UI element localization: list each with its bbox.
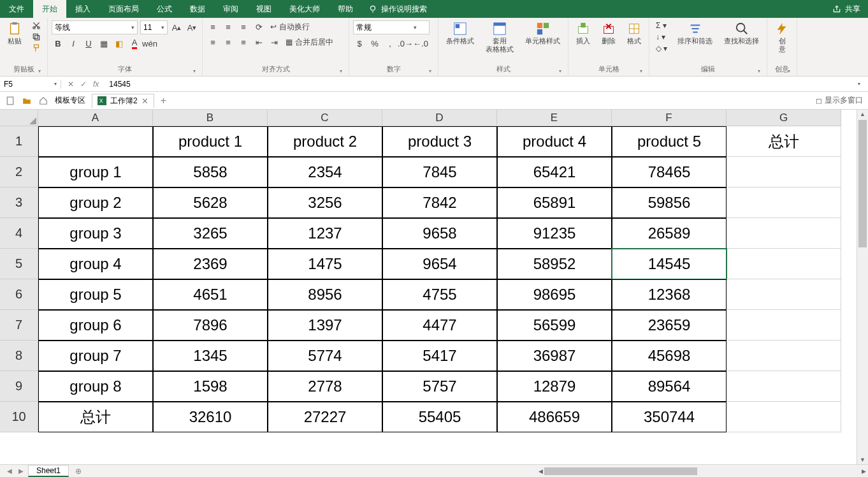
cell-E2[interactable]: 65421 — [497, 157, 612, 187]
cell-B5[interactable]: 2369 — [153, 249, 268, 279]
ideas-button[interactable]: 创 意 — [771, 20, 793, 55]
cell-D5[interactable]: 9654 — [382, 249, 497, 279]
cell-D3[interactable]: 7842 — [382, 187, 497, 218]
select-all-corner[interactable] — [0, 110, 38, 126]
cell-C7[interactable]: 1397 — [268, 310, 382, 341]
menu-插入[interactable]: 插入 — [66, 0, 99, 18]
cell-D7[interactable]: 4477 — [382, 310, 497, 341]
cell-G4[interactable] — [727, 218, 841, 249]
vertical-scrollbar[interactable]: ▲▼ — [857, 110, 868, 464]
increase-font-icon[interactable]: A▴ — [170, 21, 183, 34]
row-header-7[interactable]: 7 — [0, 310, 38, 341]
insert-cells-button[interactable]: 插入 — [572, 20, 594, 47]
cell-F6[interactable]: 12368 — [612, 279, 727, 310]
cell-F1[interactable]: product 5 — [612, 126, 727, 157]
comma-icon[interactable]: , — [384, 37, 396, 50]
row-header-10[interactable]: 10 — [0, 402, 38, 432]
tell-me-search[interactable]: 操作说明搜索 — [362, 4, 433, 15]
name-box[interactable]: F5▾ — [0, 80, 61, 89]
cell-A9[interactable]: group 8 — [38, 371, 153, 402]
sheet-nav-first[interactable]: ◀ — [5, 467, 14, 474]
cell-E4[interactable]: 91235 — [497, 218, 612, 249]
cell-B10[interactable]: 32610 — [153, 402, 268, 432]
menu-页面布局[interactable]: 页面布局 — [99, 0, 148, 18]
cell-A10[interactable]: 总计 — [38, 402, 153, 432]
cell-A7[interactable]: group 6 — [38, 310, 153, 341]
menu-公式[interactable]: 公式 — [148, 0, 181, 18]
sheet-nav-last[interactable]: ▶ — [17, 467, 25, 474]
table-format-button[interactable]: 套用 表格格式 — [482, 20, 517, 55]
cell-F4[interactable]: 26589 — [612, 218, 727, 249]
font-size-select[interactable]: ▾ — [140, 20, 168, 34]
cell-B1[interactable]: product 1 — [153, 126, 268, 157]
add-tab-icon[interactable]: + — [161, 95, 166, 106]
copy-button[interactable] — [29, 32, 43, 42]
format-painter-button[interactable] — [29, 43, 43, 54]
cell-F2[interactable]: 78465 — [612, 157, 727, 187]
clear-button[interactable]: ◇ ▾ — [653, 43, 670, 54]
format-cells-button[interactable]: 格式 — [623, 20, 645, 47]
row-header-2[interactable]: 2 — [0, 157, 38, 187]
menu-视图[interactable]: 视图 — [247, 0, 280, 18]
column-header-E[interactable]: E — [497, 110, 612, 126]
row-header-5[interactable]: 5 — [0, 249, 38, 279]
fill-button[interactable]: ↓ ▾ — [653, 32, 670, 42]
align-left-icon[interactable]: ≡ — [206, 36, 219, 48]
cell-G7[interactable] — [727, 310, 841, 341]
cell-F7[interactable]: 23659 — [612, 310, 727, 341]
currency-icon[interactable]: $ — [353, 37, 366, 50]
cell-C4[interactable]: 1237 — [268, 218, 382, 249]
cell-F10[interactable]: 350744 — [612, 402, 727, 432]
menu-开始[interactable]: 开始 — [33, 0, 66, 18]
horizontal-scrollbar[interactable]: ◀▶ — [537, 467, 868, 476]
number-format-select[interactable]: ▾ — [353, 20, 430, 34]
cell-B7[interactable]: 7896 — [153, 310, 268, 341]
cell-F9[interactable]: 89564 — [612, 371, 727, 402]
cell-B8[interactable]: 1345 — [153, 341, 268, 371]
cell-G2[interactable] — [727, 157, 841, 187]
increase-indent-icon[interactable]: ⇥ — [268, 36, 280, 48]
row-header-8[interactable]: 8 — [0, 341, 38, 371]
sort-filter-button[interactable]: 排序和筛选 — [674, 20, 716, 47]
cell-styles-button[interactable]: 单元格样式 — [521, 20, 564, 47]
font-name-select[interactable]: ▾ — [52, 20, 138, 34]
bold-button[interactable]: B — [52, 37, 64, 50]
font-color-button[interactable]: A — [128, 37, 141, 50]
cell-C10[interactable]: 27227 — [268, 402, 382, 432]
autosum-button[interactable]: Σ ▾ — [653, 20, 670, 31]
open-folder-icon[interactable] — [22, 96, 32, 106]
cell-G5[interactable] — [727, 249, 841, 279]
cell-D1[interactable]: product 3 — [382, 126, 497, 157]
cell-B6[interactable]: 4651 — [153, 279, 268, 310]
cell-D8[interactable]: 5417 — [382, 341, 497, 371]
underline-button[interactable]: U — [82, 37, 95, 50]
paste-button[interactable]: 粘贴 — [4, 20, 25, 47]
row-header-9[interactable]: 9 — [0, 371, 38, 402]
merge-button[interactable]: ▦合并后居中 — [283, 36, 336, 48]
cell-A3[interactable]: group 2 — [38, 187, 153, 218]
decrease-font-icon[interactable]: A▾ — [185, 21, 198, 34]
fill-color-button[interactable]: ◧ — [113, 37, 126, 50]
column-header-A[interactable]: A — [38, 110, 153, 126]
cell-D2[interactable]: 7845 — [382, 157, 497, 187]
align-bottom-icon[interactable]: ≡ — [237, 20, 250, 33]
cell-C3[interactable]: 3256 — [268, 187, 382, 218]
menu-帮助[interactable]: 帮助 — [329, 0, 362, 18]
cell-C6[interactable]: 8956 — [268, 279, 382, 310]
close-tab-icon[interactable]: ✕ — [141, 96, 148, 106]
workbook-tab[interactable]: X 工作簿2 ✕ — [92, 94, 154, 108]
font-name-input[interactable] — [52, 23, 129, 32]
cell-A1[interactable] — [38, 126, 153, 157]
conditional-format-button[interactable]: 条件格式 — [442, 20, 478, 47]
cell-C8[interactable]: 5774 — [268, 341, 382, 371]
align-right-icon[interactable]: ≡ — [237, 36, 250, 48]
fx-icon[interactable]: fx — [93, 80, 99, 89]
cell-B9[interactable]: 1598 — [153, 371, 268, 402]
cell-G3[interactable] — [727, 187, 841, 218]
menu-文件[interactable]: 文件 — [0, 0, 33, 18]
percent-icon[interactable]: % — [368, 37, 381, 50]
cell-E10[interactable]: 486659 — [497, 402, 612, 432]
column-header-C[interactable]: C — [268, 110, 382, 126]
cell-C9[interactable]: 2778 — [268, 371, 382, 402]
cell-A8[interactable]: group 7 — [38, 341, 153, 371]
